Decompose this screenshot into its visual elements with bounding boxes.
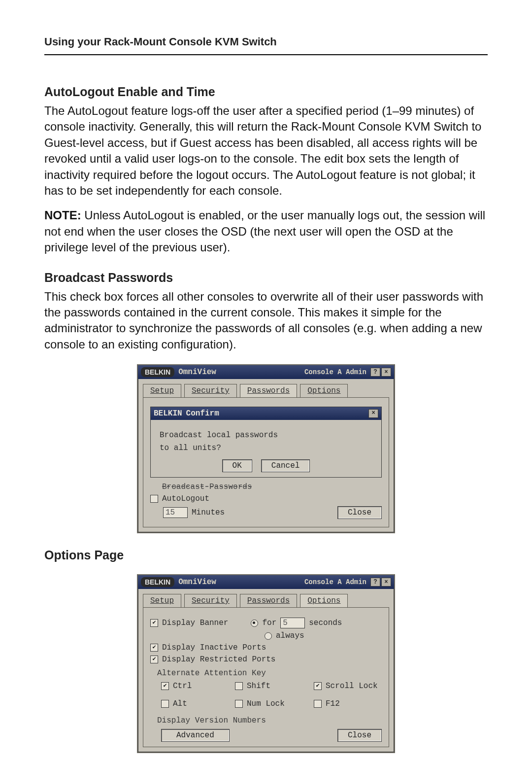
- display-inactive-label: Display Inactive Ports: [162, 643, 266, 652]
- display-restricted-checkbox[interactable]: ✔: [150, 656, 158, 663]
- banner-for-radio[interactable]: [251, 620, 258, 627]
- osd-titlebar: BELKIN OmniView Console A Admin ? ×: [138, 365, 394, 379]
- scroll-lock-label: Scroll Lock: [326, 682, 378, 691]
- alt-label: Alt: [173, 699, 187, 708]
- broadcast-passwords-label: Broadcast Passwords: [162, 483, 252, 491]
- para-broadcast: This check box forces all other consoles…: [44, 289, 488, 353]
- osd-titlebar: BELKIN OmniView Console A Admin ? ×: [138, 575, 394, 589]
- running-header: Using your Rack-Mount Console KVM Switch: [44, 35, 488, 55]
- close-icon[interactable]: ×: [381, 368, 391, 377]
- display-banner-label: Display Banner: [162, 619, 228, 627]
- note-lead: NOTE:: [44, 208, 81, 222]
- osd-tabs: Setup Security Passwords Options: [138, 589, 394, 607]
- cancel-button[interactable]: Cancel: [261, 459, 310, 472]
- seconds-label: seconds: [309, 619, 342, 627]
- brand-badge: BELKIN: [141, 577, 174, 587]
- ok-button[interactable]: OK: [222, 459, 252, 472]
- close-icon[interactable]: ×: [368, 409, 378, 418]
- osd-window-options: BELKIN OmniView Console A Admin ? × Setu…: [137, 574, 395, 753]
- help-icon[interactable]: ?: [370, 368, 380, 377]
- autologout-label: AutoLogout: [162, 494, 209, 503]
- tab-security[interactable]: Security: [184, 384, 237, 397]
- tab-security[interactable]: Security: [184, 594, 237, 607]
- help-icon[interactable]: ?: [370, 578, 380, 587]
- close-button[interactable]: Close: [337, 506, 382, 519]
- heading-broadcast: Broadcast Passwords: [44, 271, 488, 285]
- autologout-minutes-field[interactable]: 15: [163, 507, 188, 518]
- display-restricted-label: Display Restricted Ports: [162, 655, 275, 664]
- osd-window-confirm: BELKIN OmniView Console A Admin ? × Setu…: [137, 364, 395, 533]
- product-name: OmniView: [178, 368, 216, 377]
- shift-label: Shift: [247, 682, 270, 691]
- always-label: always: [276, 631, 304, 640]
- confirm-dialog: BELKIN Confirm × Broadcast local passwor…: [150, 407, 382, 478]
- para-autologout-note: NOTE: Unless AutoLogout is enabled, or t…: [44, 207, 488, 255]
- shift-checkbox[interactable]: [235, 682, 243, 690]
- osd-tabs: Setup Security Passwords Options: [138, 379, 394, 397]
- brand-badge: BELKIN: [154, 409, 182, 418]
- note-body: Unless AutoLogout is enabled, or the use…: [44, 208, 485, 254]
- scroll-lock-checkbox[interactable]: ✔: [314, 682, 322, 690]
- brand-badge: BELKIN: [141, 367, 174, 377]
- minutes-label: Minutes: [192, 508, 225, 517]
- banner-seconds-field[interactable]: 5: [280, 618, 305, 628]
- console-label: Console A Admin: [304, 578, 366, 586]
- advanced-button[interactable]: Advanced: [161, 729, 230, 742]
- display-version-label: Display Version Numbers: [157, 716, 382, 725]
- banner-always-radio[interactable]: [265, 632, 272, 640]
- autologout-checkbox[interactable]: [150, 495, 158, 503]
- heading-autologout: AutoLogout Enable and Time: [44, 85, 488, 99]
- tab-passwords[interactable]: Passwords: [240, 384, 297, 397]
- product-name: OmniView: [178, 578, 216, 587]
- alt-attention-label: Alternate Attention Key: [157, 669, 382, 678]
- tab-setup[interactable]: Setup: [143, 384, 181, 397]
- dialog-title-text: Confirm: [186, 409, 219, 418]
- ctrl-label: Ctrl: [173, 682, 192, 691]
- display-banner-checkbox[interactable]: ✔: [150, 619, 158, 627]
- tab-options[interactable]: Options: [300, 384, 348, 397]
- tab-setup[interactable]: Setup: [143, 594, 181, 607]
- f12-label: F12: [326, 699, 340, 708]
- confirm-line-1: Broadcast local passwords: [160, 431, 372, 440]
- confirm-line-2: to all units?: [160, 444, 372, 452]
- tab-passwords[interactable]: Passwords: [240, 594, 297, 607]
- para-autologout: The AutoLogout feature logs-off the user…: [44, 103, 488, 199]
- heading-options: Options Page: [44, 548, 488, 562]
- f12-checkbox[interactable]: [314, 700, 322, 708]
- display-inactive-checkbox[interactable]: ✔: [150, 644, 158, 652]
- console-label: Console A Admin: [304, 368, 366, 376]
- alt-checkbox[interactable]: [161, 700, 169, 708]
- close-icon[interactable]: ×: [381, 578, 391, 587]
- close-button[interactable]: Close: [337, 729, 382, 742]
- for-label: for: [262, 619, 276, 627]
- tab-options[interactable]: Options: [300, 594, 348, 607]
- ctrl-checkbox[interactable]: ✔: [161, 682, 169, 690]
- num-lock-checkbox[interactable]: [235, 700, 243, 708]
- num-lock-label: Num Lock: [247, 699, 285, 708]
